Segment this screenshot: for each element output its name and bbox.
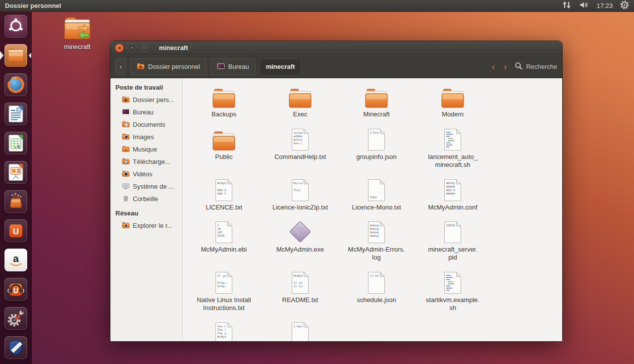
file-item-groupinfo-json[interactable]: {"Evegroupinfo.json bbox=[338, 122, 415, 172]
minimize-button[interactable]: − bbox=[127, 44, 136, 52]
sidebar-item-label: Corbeille bbox=[133, 195, 158, 203]
launcher-item-libreoffice-writer[interactable] bbox=[4, 103, 27, 125]
path-collapse-button[interactable]: ‹ bbox=[115, 58, 126, 75]
volume-icon[interactable] bbox=[579, 1, 589, 11]
session-gear-icon[interactable] bbox=[620, 0, 629, 11]
file-item-mcmyadmin-ebi[interactable]: 1101011010McMyAdmin.ebi bbox=[186, 214, 262, 265]
file-item-schedule-json[interactable]: [{"Atschedule.json bbox=[338, 265, 415, 315]
file-item-minecraft[interactable]: Minecraft bbox=[338, 79, 415, 122]
file-item-modern[interactable]: Modern bbox=[415, 79, 491, 122]
svg-text:16830: 16830 bbox=[446, 223, 455, 227]
file-item-minecraft-server-pid[interactable]: 16830minecraft_server.pid bbox=[415, 214, 491, 265]
svg-text:#####: ##### bbox=[446, 191, 455, 195]
file-item-mcmyadmin-exe[interactable]: McMyAdmin.exe bbox=[262, 214, 338, 265]
sidebar-item-corbeille[interactable]: Corbeille bbox=[110, 193, 182, 205]
sidebar-item-label: Bureau bbox=[133, 108, 154, 116]
file-item-readme-txt[interactable]: McMyA1) In2) CoREADME.txt bbox=[262, 265, 338, 315]
images-folder-icon bbox=[122, 133, 130, 141]
launcher-item-software-center[interactable] bbox=[4, 190, 27, 213]
file-item-exec[interactable]: Exec bbox=[262, 79, 338, 122]
sidebar-item-vid-os[interactable]: Vidéos bbox=[110, 168, 182, 180]
sidebar-item-musique[interactable]: ♪Musique bbox=[110, 143, 182, 156]
svg-text:END-U: END-U bbox=[217, 188, 226, 191]
file-label: Native Linux InstallInstructions.txt bbox=[197, 296, 251, 312]
file-label: Backups bbox=[211, 110, 236, 118]
desktop-icon bbox=[122, 108, 130, 116]
launcher-item-ubuntu-one-music[interactable]: U bbox=[4, 278, 27, 301]
text-file-icon: Copy bbox=[368, 177, 385, 202]
desktop-wallpaper: Dossier personnel 17:23 UaU minecraft bbox=[0, 0, 634, 364]
text-file-icon: DebugDebugDebugDebug bbox=[368, 219, 385, 244]
svg-text:This: This bbox=[294, 188, 301, 191]
launcher-item-ubuntu-dash[interactable] bbox=[4, 15, 27, 38]
sidebar-item-t-l-charge[interactable]: Télécharge... bbox=[110, 156, 182, 168]
launcher-item-libreoffice-impress[interactable] bbox=[4, 161, 27, 184]
file-item-mcmyadmin-errors-log[interactable]: DebugDebugDebugDebugMcMyAdmin-Errors.log bbox=[338, 214, 415, 265]
documents-folder-icon bbox=[122, 121, 130, 129]
file-item-userhistory-json[interactable]: {"weiuserhistory.json bbox=[262, 315, 338, 341]
search-button[interactable]: Recherche bbox=[515, 62, 557, 71]
breadcrumb-dossier-personnel[interactable]: Dossier personnel bbox=[130, 58, 207, 75]
svg-text:http:: http: bbox=[217, 284, 226, 288]
sidebar-item-explorer-le-r[interactable]: Explorer le r... bbox=[110, 219, 182, 232]
file-item-licence-ioniczip-txt[interactable]: MicroThisLicence-IonicZip.txt bbox=[262, 172, 338, 215]
top-bar: Dossier personnel 17:23 bbox=[0, 0, 634, 12]
desktop-icon-minecraft[interactable]: minecraft bbox=[58, 17, 96, 51]
svg-text:McMyA: McMyA bbox=[217, 181, 226, 185]
file-item-backups[interactable]: Backups bbox=[186, 79, 262, 122]
launcher-item-files[interactable] bbox=[4, 44, 27, 67]
file-item-licence-txt[interactable]: McMyAEND-UAND CLICENCE.txt bbox=[186, 172, 262, 215]
text-file-icon: 16830 bbox=[444, 219, 462, 244]
sidebar-item-dossier-pers[interactable]: Dossier pers... bbox=[110, 94, 182, 106]
sidebar-item-documents[interactable]: Documents bbox=[110, 118, 182, 131]
home-folder-icon bbox=[122, 96, 130, 104]
music-folder-icon: ♪ bbox=[122, 146, 130, 154]
clock[interactable]: 17:23 bbox=[596, 2, 613, 9]
file-item-mcmyadmin-conf[interactable]: #McMy######DO N#####McMyAdmin.conf bbox=[415, 172, 491, 215]
file-label: Modern bbox=[442, 110, 464, 118]
forward-button[interactable]: › bbox=[503, 62, 508, 71]
file-list-area[interactable]: Backups Exec Minecraft Modern Public acc… bbox=[183, 78, 562, 341]
file-item-commandhelp-txt[interactable]: accepaddmebackuban:{CommandHelp.txt bbox=[262, 122, 338, 172]
close-button[interactable]: × bbox=[115, 44, 124, 52]
titlebar[interactable]: × − □ minecraft bbox=[110, 41, 562, 55]
sidebar-item-label: Télécharge... bbox=[133, 158, 170, 165]
file-item-public[interactable]: Public bbox=[186, 122, 262, 172]
file-label: Exec bbox=[293, 110, 308, 118]
file-item-licence-mono-txt[interactable]: CopyLicence-Mono.txt bbox=[338, 172, 415, 215]
svg-text:The /: The / bbox=[217, 327, 226, 331]
svg-text:Copy: Copy bbox=[370, 195, 377, 199]
file-item-native-linux-install-instructions-txt[interactable]: If yohttp:http:Native Linux InstallInstr… bbox=[186, 265, 262, 315]
sidebar-item-bureau[interactable]: Bureau bbox=[110, 106, 182, 118]
filesystem-icon bbox=[122, 183, 130, 191]
svg-text:U: U bbox=[13, 227, 19, 236]
desktop-icon bbox=[217, 63, 225, 71]
sidebar-item-label: Dossier pers... bbox=[133, 96, 174, 104]
sidebar: Poste de travail Dossier pers...Bureau D… bbox=[110, 78, 183, 341]
launcher-item-shield[interactable] bbox=[4, 336, 27, 359]
file-label: Licence-Mono.txt bbox=[352, 204, 401, 211]
breadcrumb-bureau[interactable]: Bureau bbox=[211, 58, 256, 75]
file-item-tips-txt[interactable]: You cThe /The aMcMyATips.txt bbox=[186, 315, 262, 341]
file-label: McMyAdmin-Errors.log bbox=[348, 246, 405, 261]
chevron-left-icon: ‹ bbox=[120, 63, 122, 70]
file-label: Minecraft bbox=[363, 110, 389, 118]
maximize-button[interactable]: □ bbox=[140, 44, 149, 52]
file-grid: Backups Exec Minecraft Modern Public acc… bbox=[186, 79, 562, 341]
network-arrows-icon[interactable] bbox=[562, 1, 572, 11]
folder-icon bbox=[365, 84, 388, 108]
launcher-item-system-settings[interactable] bbox=[4, 307, 27, 330]
sidebar-item-label: Vidéos bbox=[133, 170, 153, 178]
svg-text:addme: addme bbox=[294, 134, 303, 137]
file-item-startikvm-example-sh[interactable]: startikvm.example.sh bbox=[415, 265, 491, 315]
launcher-item-amazon[interactable]: a bbox=[4, 249, 27, 271]
text-file-icon: McMyAEND-UAND C bbox=[215, 177, 233, 202]
sidebar-item-syst-me-de[interactable]: Système de ... bbox=[110, 180, 182, 193]
file-item-lancement-auto-minecraft-sh[interactable]: lancement_auto_minecraft.sh bbox=[415, 122, 491, 172]
back-button[interactable]: ‹ bbox=[490, 62, 495, 71]
launcher-item-libreoffice-calc[interactable] bbox=[4, 132, 27, 155]
launcher-item-ubuntu-one[interactable]: U bbox=[4, 219, 27, 242]
breadcrumb-minecraft[interactable]: minecraft bbox=[260, 58, 302, 75]
sidebar-item-images[interactable]: Images bbox=[110, 131, 182, 143]
launcher-item-firefox[interactable] bbox=[4, 73, 27, 96]
